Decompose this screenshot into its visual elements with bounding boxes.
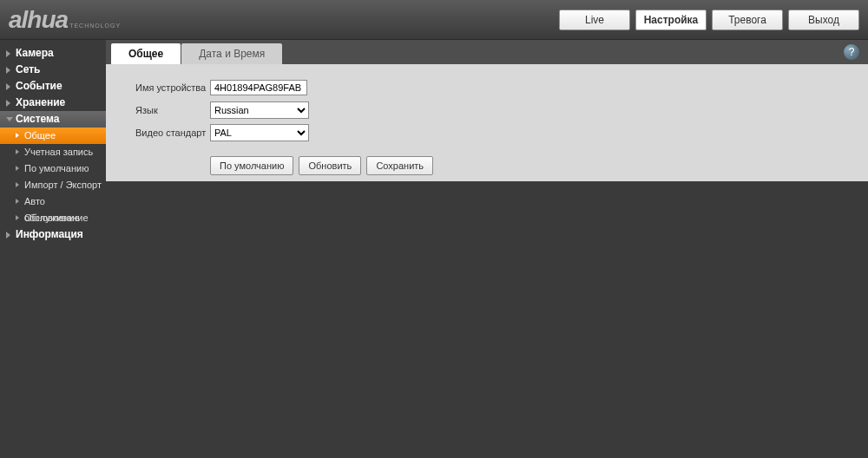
row-video-standard: Видео стандарт PAL: [135, 123, 868, 142]
sidebar-sub-account[interactable]: Учетная запись: [0, 144, 106, 160]
sidebar: Камера Сеть Событие Хранение Система Общ…: [0, 40, 106, 458]
label-device-name: Имя устройства: [135, 82, 210, 93]
refresh-button[interactable]: Обновить: [299, 156, 361, 175]
tab-general[interactable]: Общее: [111, 43, 181, 64]
sidebar-item-system[interactable]: Система: [0, 111, 106, 128]
nav-settings-button[interactable]: Настройка: [635, 10, 707, 30]
input-device-name[interactable]: [210, 80, 307, 95]
select-video-standard[interactable]: PAL: [210, 124, 309, 141]
sidebar-item-event[interactable]: Событие: [0, 78, 106, 95]
sidebar-sub-auto-maintain[interactable]: Авто обслуживание: [0, 193, 106, 210]
sidebar-sub-general[interactable]: Общее: [0, 128, 106, 144]
help-icon[interactable]: ?: [844, 44, 859, 60]
tabbar: Общее Дата и Время ?: [106, 40, 868, 64]
top-nav: Live Настройка Тревога Выход: [559, 10, 859, 30]
label-language: Язык: [135, 105, 210, 115]
sidebar-sub-upgrade[interactable]: Обновление: [0, 210, 106, 226]
sidebar-sub-default[interactable]: По умолчанию: [0, 160, 106, 177]
topbar: alhua TECHNOLOGY Live Настройка Тревога …: [0, 0, 868, 40]
layout: Камера Сеть Событие Хранение Система Общ…: [0, 40, 868, 458]
row-device-name: Имя устройства: [135, 78, 868, 97]
nav-logout-button[interactable]: Выход: [788, 10, 859, 30]
nav-alarm-button[interactable]: Тревога: [712, 10, 783, 30]
logo-main: alhua: [9, 6, 68, 34]
save-button[interactable]: Сохранить: [366, 156, 433, 175]
sidebar-item-info[interactable]: Информация: [0, 226, 106, 243]
row-language: Язык Russian: [135, 101, 868, 120]
content: Общее Дата и Время ? Имя устройства Язык…: [106, 40, 868, 458]
nav-live-button[interactable]: Live: [559, 10, 630, 30]
default-button[interactable]: По умолчанию: [210, 156, 293, 175]
panel-general: Имя устройства Язык Russian Видео станда…: [106, 64, 868, 181]
button-row: По умолчанию Обновить Сохранить: [210, 156, 868, 175]
sidebar-sub-import-export[interactable]: Импорт / Экспорт: [0, 177, 106, 193]
logo: alhua TECHNOLOGY: [9, 6, 121, 34]
label-video-standard: Видео стандарт: [135, 128, 210, 138]
sidebar-item-storage[interactable]: Хранение: [0, 95, 106, 111]
select-language[interactable]: Russian: [210, 101, 309, 119]
sidebar-item-camera[interactable]: Камера: [0, 45, 106, 62]
logo-sub: TECHNOLOGY: [69, 23, 121, 34]
sidebar-item-network[interactable]: Сеть: [0, 62, 106, 78]
tab-datetime[interactable]: Дата и Время: [181, 43, 282, 64]
